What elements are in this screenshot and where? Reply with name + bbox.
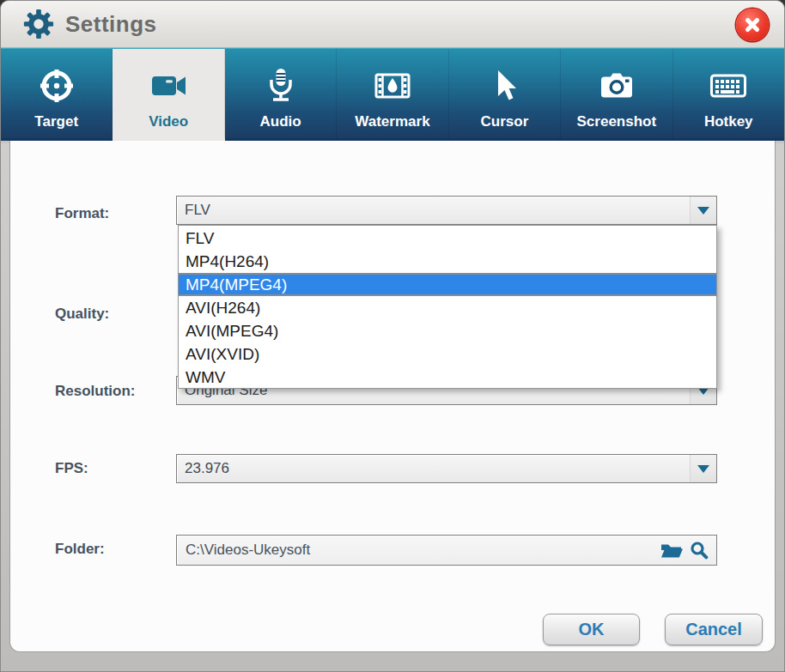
format-option[interactable]: AVI(XVID) xyxy=(179,342,716,366)
quality-label: Quality: xyxy=(55,306,109,323)
tab-label: Screenshot xyxy=(577,113,657,138)
dropdown-arrow-icon xyxy=(697,465,709,473)
close-button[interactable] xyxy=(736,9,769,41)
tab-video[interactable]: Video xyxy=(113,49,224,138)
tab-hotkey[interactable]: Hotkey xyxy=(673,49,784,138)
format-dropdown-list: FLVMP4(H264)MP4(MPEG4)AVI(H264)AVI(MPEG4… xyxy=(178,225,717,389)
format-option[interactable]: FLV xyxy=(179,227,716,250)
target-icon xyxy=(36,65,77,106)
tab-target[interactable]: Target xyxy=(1,49,113,138)
resolution-label: Resolution: xyxy=(55,383,136,400)
tab-bar: Target Video xyxy=(1,48,784,141)
format-label: Format: xyxy=(55,205,109,222)
tab-label: Audio xyxy=(259,113,301,138)
camera-icon xyxy=(596,65,637,106)
tab-audio[interactable]: Audio xyxy=(225,49,337,138)
format-option[interactable]: AVI(H264) xyxy=(179,296,716,319)
tab-label: Video xyxy=(149,113,188,138)
ok-button[interactable]: OK xyxy=(543,614,640,645)
fps-select-value: 23.976 xyxy=(177,455,690,482)
tab-watermark[interactable]: Watermark xyxy=(337,49,448,138)
format-select[interactable]: FLV xyxy=(176,196,717,225)
titlebar[interactable]: Settings xyxy=(1,1,784,48)
folder-path-value: C:\Videos-Ukeysoft xyxy=(177,542,658,559)
tab-screenshot[interactable]: Screenshot xyxy=(561,49,672,138)
open-folder-button[interactable] xyxy=(658,536,685,564)
gear-icon xyxy=(22,8,55,40)
settings-dialog: Settings Target xyxy=(0,0,785,672)
format-option[interactable]: MP4(H264) xyxy=(179,250,716,273)
folder-label: Folder: xyxy=(55,541,105,558)
dropdown-arrow-icon xyxy=(697,207,709,215)
video-camera-icon xyxy=(148,65,189,106)
folder-field[interactable]: C:\Videos-Ukeysoft xyxy=(176,535,717,566)
folder-icon xyxy=(660,541,683,560)
format-select-value: FLV xyxy=(177,197,690,224)
search-icon xyxy=(690,541,709,560)
cancel-button[interactable]: Cancel xyxy=(665,614,763,645)
tab-label: Watermark xyxy=(355,113,429,138)
cursor-arrow-icon xyxy=(484,65,525,106)
format-option[interactable]: WMV xyxy=(179,366,716,389)
fps-label: FPS: xyxy=(55,460,88,477)
fps-select[interactable]: 23.976 xyxy=(176,454,717,483)
tab-label: Hotkey xyxy=(704,113,753,138)
microphone-icon xyxy=(260,65,301,106)
fps-select-arrow-zone[interactable] xyxy=(690,455,716,482)
browse-folder-button[interactable] xyxy=(685,536,713,564)
keyboard-icon xyxy=(708,65,749,106)
close-icon xyxy=(743,15,762,34)
watermark-icon xyxy=(372,65,413,106)
format-select-arrow-zone[interactable] xyxy=(690,197,716,224)
tab-label: Target xyxy=(34,113,78,138)
content-panel: Format: Quality: Resolution: FPS: Folder… xyxy=(9,141,776,652)
tab-cursor[interactable]: Cursor xyxy=(449,49,561,138)
format-option-selected[interactable]: MP4(MPEG4) xyxy=(179,273,716,296)
window-title: Settings xyxy=(65,11,157,38)
format-option[interactable]: AVI(MPEG4) xyxy=(179,319,716,342)
tab-label: Cursor xyxy=(481,113,529,138)
